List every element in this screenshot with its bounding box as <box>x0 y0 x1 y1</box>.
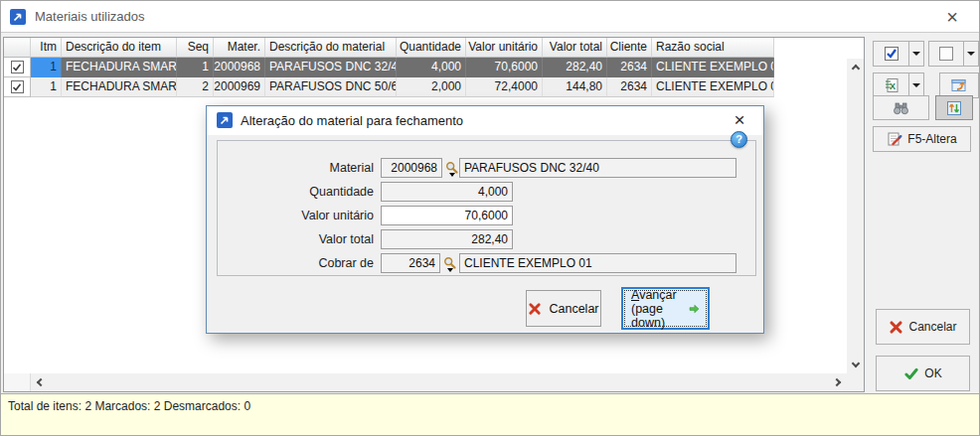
bill-to-field-row: Cobrar de <box>218 253 755 273</box>
cell-valor-unitario: 70,6000 <box>466 58 543 77</box>
checkbox-checked-icon <box>11 61 24 73</box>
checkbox-checked-icon <box>11 80 24 93</box>
cell-valor-total: 282,40 <box>543 58 607 77</box>
h-scrollbar-track[interactable] <box>48 373 830 391</box>
svg-text:X: X <box>890 81 896 91</box>
dialog-cancel-label: Cancelar <box>549 302 598 316</box>
bill-to-lookup-button[interactable] <box>442 256 457 272</box>
column-header-valor-unitario[interactable]: Valor unitário <box>466 38 543 58</box>
dialog-cancel-button[interactable]: Cancelar <box>526 290 601 327</box>
arrow-right-icon <box>689 302 700 316</box>
cell-descricao-item: FECHADURA SMART <box>62 77 177 97</box>
cell-razao-social: CLIENTE EXEMPLO 01 <box>652 58 774 77</box>
quantity-input[interactable] <box>381 182 513 202</box>
cell-quantidade: 4,000 <box>397 58 466 77</box>
material-field-row: Material <box>218 158 755 178</box>
cell-descricao-material: PARAFUSOS DNC 32/40 <box>265 58 397 77</box>
ok-label: OK <box>924 366 941 380</box>
cell-cliente: 2634 <box>607 77 652 97</box>
app-logo-icon <box>10 9 26 25</box>
ok-button[interactable]: OK <box>876 356 970 391</box>
cell-itm: 1 <box>31 58 62 77</box>
help-icon[interactable]: ? <box>731 131 747 148</box>
table-row[interactable]: 1 FECHADURA SMART 1 2000968 PARAFUSOS DN… <box>4 58 774 77</box>
material-label: Material <box>218 158 374 178</box>
material-description-input[interactable] <box>459 158 736 178</box>
chevron-down-icon <box>912 83 920 87</box>
horizontal-scrollbar[interactable] <box>4 373 847 391</box>
lookup-dropdown-icon <box>449 173 455 177</box>
uncheck-all-dropdown[interactable] <box>963 41 979 67</box>
close-icon[interactable]: × <box>939 4 965 30</box>
cell-descricao-material: PARAFUSOS DNC 50/63 <box>265 77 397 97</box>
check-all-button[interactable] <box>873 41 909 67</box>
f5-edit-label: F5-Altera <box>907 132 956 146</box>
window-title: Materiais utilizados <box>35 9 145 24</box>
sort-order-icon <box>946 100 962 116</box>
unit-value-field-row: Valor unitário <box>218 206 755 225</box>
sort-order-button[interactable] <box>935 95 973 120</box>
f5-edit-button[interactable]: F5-Altera <box>873 126 971 152</box>
material-lookup-button[interactable] <box>444 161 459 177</box>
grid-transfer-icon <box>951 77 968 93</box>
column-header-quantidade[interactable]: Quantidade <box>397 38 466 58</box>
cancel-button[interactable]: Cancelar <box>876 309 970 345</box>
scrollbar-corner <box>847 373 864 391</box>
column-header-cliente[interactable]: Cliente <box>607 38 652 58</box>
column-header-itm[interactable]: Itm <box>31 38 62 58</box>
scroll-up-icon[interactable] <box>847 59 864 75</box>
dialog-close-icon[interactable]: × <box>728 108 751 132</box>
cell-itm: 1 <box>31 77 62 97</box>
scroll-down-icon[interactable] <box>847 357 864 373</box>
unit-value-label: Valor unitário <box>218 206 374 225</box>
row-checkbox[interactable] <box>4 58 31 77</box>
dialog-advance-button[interactable]: Avançar (page down) <box>621 287 710 330</box>
column-header-seq[interactable]: Seq <box>177 38 214 58</box>
checkbox-empty-icon <box>938 46 954 62</box>
column-header-valor-total[interactable]: Valor total <box>543 38 607 58</box>
bill-to-description-input[interactable] <box>459 253 736 273</box>
table-row[interactable]: 1 FECHADURA SMART 2 2000969 PARAFUSOS DN… <box>4 77 774 97</box>
cell-seq: 2 <box>177 77 214 97</box>
material-edit-dialog: Alteração do material para fechamento × … <box>206 105 764 334</box>
titlebar: Materiais utilizados × <box>1 1 979 33</box>
total-value-field-row: Valor total <box>218 229 755 249</box>
app-logo-icon <box>217 112 233 128</box>
chevron-down-icon <box>967 52 975 56</box>
checkbox-checked-icon <box>884 46 899 62</box>
bill-to-code-input[interactable] <box>381 253 440 273</box>
column-header-razao-social[interactable]: Razão social <box>652 38 774 58</box>
status-text: Total de itens: 2 Marcados: 2 Desmarcado… <box>8 399 250 413</box>
row-checkbox[interactable] <box>4 77 31 97</box>
dialog-titlebar: Alteração do material para fechamento × <box>207 106 763 135</box>
cell-cliente: 2634 <box>607 58 652 77</box>
column-header-checkbox[interactable] <box>4 38 31 58</box>
quantity-field-row: Quantidade <box>218 182 755 202</box>
column-header-mater[interactable]: Mater. <box>214 38 265 58</box>
search-button[interactable] <box>873 95 929 120</box>
dialog-title: Alteração do material para fechamento <box>241 113 463 128</box>
scroll-left-icon[interactable] <box>31 373 48 391</box>
status-bar: Total de itens: 2 Marcados: 2 Desmarcado… <box>1 393 979 435</box>
vertical-scrollbar[interactable] <box>847 59 864 373</box>
cancel-x-icon <box>528 302 542 316</box>
bill-to-label: Cobrar de <box>218 253 374 273</box>
dialog-fieldset: Material Quantidade Valor unitário <box>217 140 756 276</box>
advance-label: Avançar (page down) <box>631 288 682 330</box>
check-all-dropdown[interactable] <box>908 41 924 67</box>
cell-seq: 1 <box>177 58 214 77</box>
material-code-input[interactable] <box>381 158 442 178</box>
edit-note-icon <box>887 131 902 147</box>
unit-value-input[interactable] <box>381 206 513 225</box>
excel-export-icon: X <box>884 77 899 93</box>
scroll-right-icon[interactable] <box>830 373 847 391</box>
uncheck-all-button[interactable] <box>928 41 964 67</box>
lookup-dropdown-icon <box>447 268 453 272</box>
cell-quantidade: 2,000 <box>397 77 466 97</box>
column-header-descricao-material[interactable]: Descrição do material <box>265 38 397 58</box>
cell-valor-unitario: 72,4000 <box>466 77 543 97</box>
total-value-input[interactable] <box>381 229 513 249</box>
cell-mater: 2000969 <box>214 77 265 97</box>
column-header-descricao-item[interactable]: Descrição do item <box>62 38 177 58</box>
h-scrollbar-corner <box>4 373 31 391</box>
